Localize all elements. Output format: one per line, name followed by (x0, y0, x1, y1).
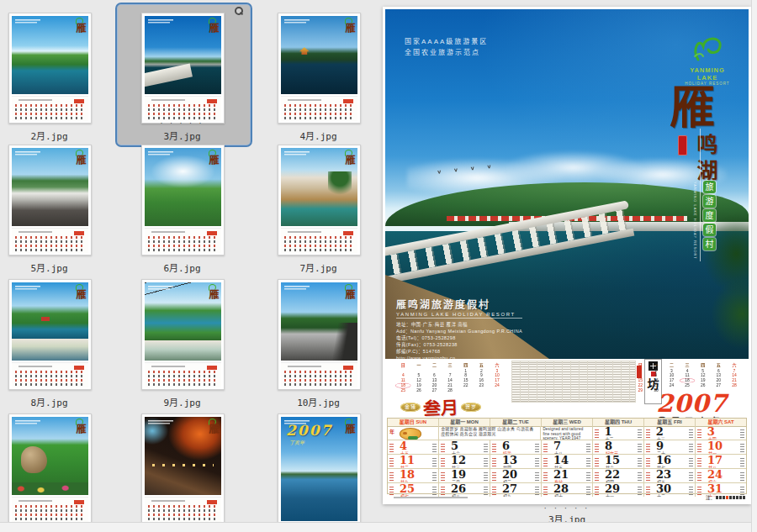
seal-stamp (678, 135, 687, 155)
brand-badge: 旅 (703, 181, 716, 193)
calendar-page-thumbnail[interactable]: 雁 (8, 145, 92, 255)
thumbnail-photo: 雁 (145, 282, 221, 361)
thumbnail-resort-caption (148, 286, 173, 290)
thumbnail[interactable]: 雁 2007丁亥年 (278, 413, 359, 532)
calendar-day-cell: 15廿六 (593, 455, 644, 468)
calendar-day-cell: 11廿二 (388, 455, 439, 468)
thumbnail-zoom-icon[interactable] (234, 6, 243, 15)
thumbnail-brand-character: 雁 (76, 424, 84, 434)
calendar-day-cell: 16廿七 (644, 455, 696, 468)
thumbnail[interactable]: 雁 7月.jpg (278, 145, 359, 271)
thumbnail-resort-caption (284, 286, 310, 290)
calendar-day-cell: 23初五 (644, 469, 696, 482)
thumbnail-rating-dots: · · · · · (141, 119, 223, 126)
caption-line: 全国农业旅游示范点 (405, 47, 488, 58)
calendar-day-cell: 28初十 (542, 483, 593, 497)
thumbnail-photo: 雁 (281, 16, 357, 94)
lunar-label: 二月 (452, 478, 460, 482)
thumbnail-calendar-strip (145, 96, 221, 121)
lunar-label: 廿七 (657, 464, 665, 468)
brand-calligraphy-rest: 鸣湖 (690, 134, 720, 186)
thumbnail-photo: 雁 (12, 148, 88, 226)
calendar-day-cell: 4十五 (388, 440, 439, 454)
calendar-page-thumbnail[interactable]: 雁 (141, 413, 225, 524)
resort-name-cn: 雁鸣湖旅游度假村 (396, 297, 522, 311)
thumbnail[interactable]: 雁 5月.jpg (8, 145, 90, 271)
thumbnail[interactable]: 雁 (8, 413, 90, 532)
thumbnail-brand-character: 雁 (209, 424, 217, 434)
thumbnail-calendar-strip (145, 228, 221, 253)
thumbnail[interactable]: 雁 10月.jpg (278, 279, 359, 405)
thumbnail-photo: 雁 (145, 16, 221, 94)
weekday-label: 星期四 THU (593, 419, 644, 426)
calendar-page-thumbnail[interactable]: 雁 (141, 13, 225, 124)
thumbnail-brand-character: 雁 (76, 23, 84, 33)
thumbnail[interactable]: 雁 2月.jpg (8, 13, 90, 139)
caption-line: 国家AAAA级旅游景区 (405, 36, 488, 47)
mini-day: 25 (395, 387, 411, 392)
calendar-day-cell: 24初六 (696, 469, 746, 482)
thumbnail-calendar-strip (12, 362, 88, 387)
calendar-page-thumbnail[interactable]: 雁 (278, 13, 361, 124)
thumbnail-filename: 4月.jpg (251, 129, 385, 142)
calendar-page-thumbnail[interactable]: 雁 (8, 13, 92, 124)
calendar-day-cell: 26初八 (439, 483, 490, 497)
thumbnail-resort-caption (15, 151, 40, 155)
calendar-page-thumbnail[interactable]: 雁 (141, 279, 225, 390)
mini-day: 26 (411, 387, 427, 392)
month-title-block: 金猪 叁月 贺岁 (400, 394, 501, 419)
calendar-page-thumbnail[interactable]: 雁 2007丁亥年 (278, 413, 361, 524)
thumbnail-resort-caption (148, 151, 173, 155)
thumbnail-resort-caption (15, 19, 40, 24)
thumbnail[interactable]: 雁 9月.jpg (141, 279, 223, 405)
weekday-label: 星期日 SUN (388, 419, 439, 426)
contact-lines: 地址：中国·广东·梅县 雁洋 南福Add：Nanfu Yanyang Meixi… (396, 321, 522, 359)
thumbnail[interactable]: 雁 4月.jpg (278, 13, 359, 139)
brand-badge: 假 (703, 224, 716, 236)
calendar-page-thumbnail[interactable]: 雁 (278, 145, 361, 255)
lunar-label: 春分 (554, 478, 563, 482)
calendar-day-cell: 14廿五 (542, 455, 593, 468)
cover-year-subtext: 丁亥年 (289, 439, 304, 446)
thumbnail-filename: 6月.jpg (115, 261, 249, 274)
calendar-page-thumbnail[interactable]: 雁 (141, 145, 225, 255)
lunar-label: 十二 (606, 435, 614, 440)
goose-swirl-icon (688, 34, 727, 66)
mini-calendar-february: 日一二三四五六123456789101112131415161718192021… (395, 363, 505, 392)
resort-name-en: YANMING LAKE HOLIDAY RESORT (396, 312, 522, 319)
lunar-label: 惊蛰 (503, 450, 511, 454)
gold-badge-left: 金猪 (400, 403, 421, 412)
mini-day: 27 (426, 387, 442, 392)
calendar-day-cell: 21春分 (542, 469, 593, 482)
legend-prefix: 注： (706, 494, 715, 501)
thumbnail-photo: 雁 (281, 282, 357, 361)
mini-day (474, 387, 490, 392)
thumbnail-calendar-strip (281, 362, 357, 387)
thumbnail-brand-character: 雁 (76, 155, 84, 165)
mini-day (458, 387, 474, 392)
thumbnail[interactable]: 雁 8月.jpg (8, 279, 90, 405)
calendar-day-cell: 27初九 (490, 483, 542, 497)
thumbnail-calendar-strip (12, 228, 88, 253)
thumbnail[interactable]: 雁 · · · · · 3月.jpg (141, 13, 223, 139)
thumbnail[interactable]: 雁 (141, 413, 223, 532)
lunar-label: 十二 (657, 492, 665, 497)
year-number: 2007 (639, 392, 744, 414)
thumbnail-photo: 雁 2007丁亥年 (281, 417, 357, 521)
thumbnail-filename: 7月.jpg (251, 261, 385, 274)
thumbnail[interactable]: 雁 6月.jpg (141, 145, 223, 271)
calendar-day-cell: Designed and tailored fine resort with g… (541, 426, 592, 440)
calendar-day-cell: 29十一 (593, 483, 644, 497)
thumbnail-brand-character: 雁 (209, 155, 217, 165)
gold-badge-right: 贺岁 (461, 403, 481, 412)
thumbnail-resort-caption (15, 420, 40, 424)
thumbnail-brand-character: 雁 (209, 23, 217, 33)
calendar-page-thumbnail[interactable]: 雁 (278, 279, 361, 390)
calendar-page-thumbnail[interactable]: 雁 (8, 413, 92, 524)
lunar-label: 十五 (400, 450, 409, 454)
calendar-day-cell: 6惊蛰 (490, 440, 542, 454)
calendar-day-cell: 金猪贺岁 喜迎新春 雁鸣湖畔 山清水秀 鸟语花香 度假休闲 商务会议 旅游观光 (439, 426, 541, 440)
calendar-page-thumbnail[interactable]: 雁 (8, 279, 92, 390)
contact-line: 邮编(P.C)：514768 (396, 348, 522, 355)
calendar-day-cell: 22初四 (593, 469, 644, 482)
